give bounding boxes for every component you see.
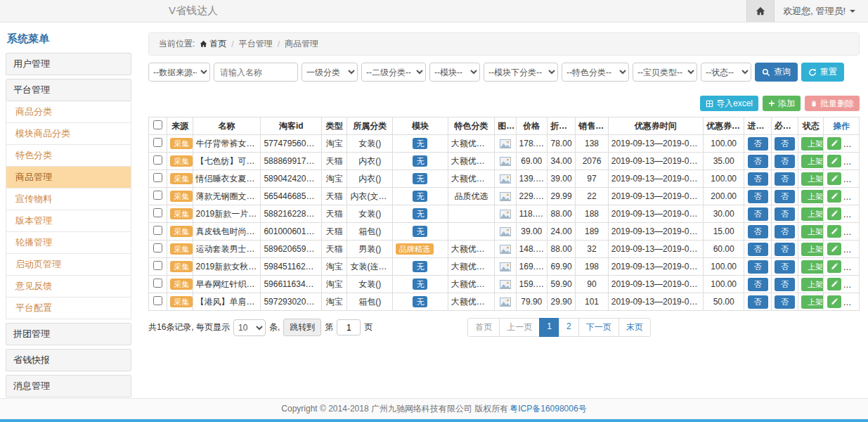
records-summary: 共16条记录, 每页显示 [148, 321, 230, 333]
sidebar-item-省钱快报[interactable]: 省钱快报 [6, 349, 131, 371]
row-checkbox[interactable] [153, 208, 162, 217]
import-toggle-button[interactable]: 否 [748, 172, 768, 186]
status-button[interactable]: 上架 [801, 207, 824, 221]
breadcrumb-link-平台管理[interactable]: 平台管理 [239, 38, 273, 50]
status-button[interactable]: 上架 [801, 225, 824, 238]
sidebar-subitem-意见反馈[interactable]: 意见反馈 [6, 276, 131, 298]
edit-button[interactable] [827, 243, 841, 255]
row-checkbox[interactable] [153, 138, 162, 147]
sidebar-item-拼团管理[interactable]: 拼团管理 [6, 323, 131, 345]
jump-button[interactable]: 跳转到 [283, 319, 321, 336]
page-button-下一页[interactable]: 下一页 [578, 318, 619, 337]
sidebar-subitem-商品管理[interactable]: 商品管理 [6, 167, 131, 188]
status-button[interactable]: 上架 [801, 190, 824, 203]
mustbuy-toggle-button[interactable]: 否 [775, 260, 795, 274]
edit-button[interactable] [827, 278, 841, 290]
filter-select-状态[interactable]: --状态-- [701, 63, 751, 82]
home-button[interactable] [746, 0, 775, 22]
import-toggle-button[interactable]: 否 [748, 190, 768, 203]
status-button[interactable]: 上架 [801, 278, 824, 291]
sidebar-subitem-模块商品分类[interactable]: 模块商品分类 [6, 123, 131, 145]
row-checkbox[interactable] [153, 226, 162, 235]
mustbuy-toggle-button[interactable]: 否 [775, 155, 795, 168]
status-button[interactable]: 上架 [801, 243, 824, 256]
row-checkbox[interactable] [153, 243, 162, 252]
sidebar-subitem-启动页管理[interactable]: 启动页管理 [6, 254, 131, 276]
import-toggle-button[interactable]: 否 [748, 260, 768, 274]
breadcrumb-link-商品管理[interactable]: 商品管理 [285, 38, 318, 50]
status-button[interactable]: 上架 [801, 172, 824, 186]
import-toggle-button[interactable]: 否 [748, 278, 768, 291]
search-button[interactable]: 查询 [755, 63, 798, 82]
operations-cell [824, 170, 860, 188]
column-header-淘客id: 淘客id [261, 117, 322, 135]
filter-select-一级分类[interactable]: 一级分类 [302, 63, 358, 82]
select-all-checkbox[interactable] [153, 120, 162, 129]
status-button[interactable]: 上架 [801, 295, 824, 309]
import-toggle-button[interactable]: 否 [748, 155, 768, 168]
price: 69.00 [516, 153, 547, 170]
per-page-select[interactable]: 10 [233, 319, 266, 336]
mustbuy-toggle-button[interactable]: 否 [775, 278, 795, 291]
sidebar-subitem-特色分类[interactable]: 特色分类 [6, 145, 131, 167]
row-checkbox[interactable] [153, 155, 162, 165]
mustbuy-toggle-button[interactable]: 否 [775, 295, 795, 309]
status-button[interactable]: 上架 [801, 137, 824, 151]
edit-button[interactable] [827, 207, 841, 220]
add-button[interactable]: 添加 [763, 96, 801, 111]
sidebar-subitem-轮播管理[interactable]: 轮播管理 [6, 232, 131, 254]
filter-select-宝贝类型[interactable]: --宝贝类型-- [633, 63, 697, 82]
import-toggle-button[interactable]: 否 [748, 137, 768, 151]
reset-button[interactable]: 重置 [801, 63, 844, 82]
page-button-2[interactable]: 2 [559, 318, 579, 337]
status-button[interactable]: 上架 [801, 260, 824, 274]
import-excel-button[interactable]: 导入excel [700, 96, 758, 111]
sidebar-subitem-版本管理[interactable]: 版本管理 [6, 210, 131, 232]
row-checkbox[interactable] [153, 173, 162, 182]
sidebar-subitem-商品分类[interactable]: 商品分类 [6, 101, 131, 123]
name-search-input[interactable] [214, 63, 298, 82]
mustbuy-toggle-button[interactable]: 否 [775, 137, 795, 151]
sidebar-subitem-宣传物料[interactable]: 宣传物料 [6, 188, 131, 210]
edit-button[interactable] [827, 225, 841, 238]
status-cell: 上架 [798, 223, 824, 241]
edit-button[interactable] [827, 155, 841, 167]
row-checkbox[interactable] [153, 191, 162, 200]
jump-page-input[interactable] [337, 319, 361, 335]
import-toggle-button[interactable]: 否 [748, 243, 768, 256]
mustbuy-toggle-button[interactable]: 否 [775, 225, 795, 238]
edit-button[interactable] [827, 295, 841, 308]
page-button-末页[interactable]: 末页 [618, 318, 651, 337]
row-checkbox[interactable] [153, 279, 162, 288]
sidebar-item-用户管理[interactable]: 用户管理 [6, 53, 131, 75]
mustbuy-toggle-button[interactable]: 否 [775, 207, 795, 221]
filter-select-二级分类[interactable]: --二级分类-- [361, 63, 426, 82]
breadcrumb-link-首页[interactable]: 首页 [200, 38, 226, 50]
user-menu[interactable]: 欢迎您, 管理员! [775, 0, 868, 22]
filter-select-特色分类[interactable]: --特色分类-- [562, 63, 629, 82]
row-checkbox[interactable] [153, 261, 162, 270]
mustbuy-toggle-button[interactable]: 否 [775, 172, 795, 186]
row-checkbox[interactable] [153, 296, 162, 305]
icp-link[interactable]: 粤ICP备16098006号 [510, 403, 586, 415]
sidebar-item-平台管理[interactable]: 平台管理 [6, 79, 131, 101]
filter-select-模块下分类[interactable]: --模块下分类-- [484, 63, 558, 82]
sidebar-item-消息管理[interactable]: 消息管理 [6, 375, 131, 397]
filter-select-模块[interactable]: --模块-- [429, 63, 480, 82]
import-toggle-button[interactable]: 否 [748, 295, 768, 309]
edit-button[interactable] [827, 190, 841, 203]
status-cell: 上架 [798, 293, 824, 311]
import-toggle-button[interactable]: 否 [748, 225, 768, 238]
edit-button[interactable] [827, 172, 841, 185]
mustbuy-toggle-button[interactable]: 否 [775, 243, 795, 256]
batch-delete-button[interactable]: 批量删除 [805, 96, 860, 111]
data-source-select[interactable]: --数据来源-- [148, 63, 210, 82]
page-button-1[interactable]: 1 [539, 318, 559, 337]
import-toggle-button[interactable]: 否 [748, 207, 768, 221]
mustbuy-toggle-button[interactable]: 否 [775, 190, 795, 203]
status-button[interactable]: 上架 [801, 155, 824, 168]
product-image-icon [500, 210, 511, 219]
edit-button[interactable] [827, 137, 841, 150]
edit-button[interactable] [827, 260, 841, 273]
sidebar-subitem-平台配置[interactable]: 平台配置 [6, 298, 131, 319]
